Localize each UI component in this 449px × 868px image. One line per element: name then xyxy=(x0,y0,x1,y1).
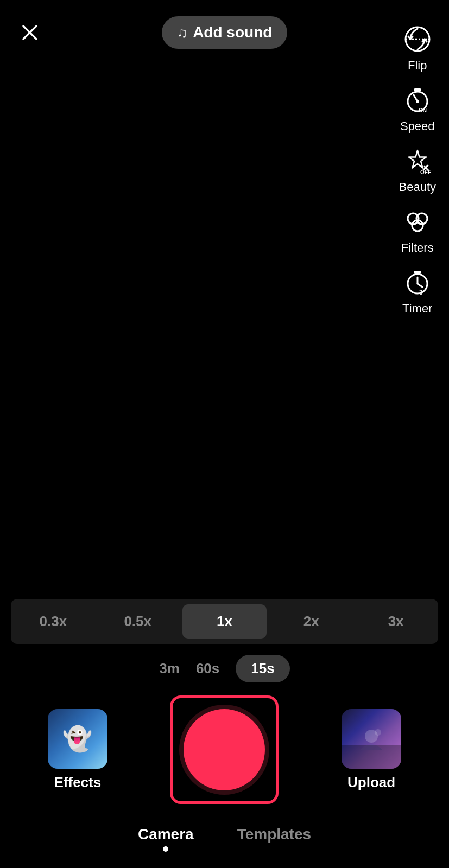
timer-label: Timer xyxy=(402,302,432,316)
bottom-section: 0.3x 0.5x 1x 2x 3x 3m 60s 15s 👻 Effects xyxy=(0,599,449,868)
tab-camera[interactable]: Camera xyxy=(138,826,194,852)
right-controls: Flip ON Speed OFF Beauty xyxy=(399,22,437,320)
filters-control[interactable]: Filters xyxy=(400,204,435,255)
effects-thumbnail-image: 👻 xyxy=(62,725,92,753)
camera-tab-indicator xyxy=(163,846,168,852)
effects-button[interactable]: 👻 Effects xyxy=(48,709,107,791)
beauty-control[interactable]: OFF Beauty xyxy=(399,143,437,194)
filters-label: Filters xyxy=(401,241,434,255)
filters-icon xyxy=(400,204,435,239)
duration-60s[interactable]: 60s xyxy=(196,660,219,677)
camera-controls-row: 👻 Effects Upload xyxy=(0,695,449,804)
svg-point-4 xyxy=(416,100,419,103)
upload-label: Upload xyxy=(347,774,395,791)
speed-control[interactable]: ON Speed xyxy=(400,82,435,133)
svg-text:OFF: OFF xyxy=(420,169,431,175)
svg-rect-5 xyxy=(414,88,421,91)
speed-option-1x[interactable]: 1x xyxy=(182,604,267,639)
tab-templates[interactable]: Templates xyxy=(237,826,311,852)
speed-icon: ON xyxy=(400,82,435,117)
svg-rect-14 xyxy=(414,271,421,273)
timer-icon: 3 xyxy=(400,265,435,299)
speed-option-2x[interactable]: 2x xyxy=(269,604,353,639)
svg-text:ON: ON xyxy=(419,107,427,113)
duration-selector: 3m 60s 15s xyxy=(0,655,449,682)
beauty-icon: OFF xyxy=(400,143,435,178)
speed-option-05x[interactable]: 0.5x xyxy=(96,604,180,639)
speed-option-3x[interactable]: 3x xyxy=(353,604,438,639)
music-icon: ♫ xyxy=(177,24,188,41)
tab-bar: Camera Templates xyxy=(0,826,449,857)
svg-text:3: 3 xyxy=(419,289,423,296)
effects-thumbnail: 👻 xyxy=(48,709,107,769)
upload-button[interactable]: Upload xyxy=(342,709,401,791)
flip-label: Flip xyxy=(408,59,427,73)
speed-option-03x[interactable]: 0.3x xyxy=(11,604,96,639)
svg-point-17 xyxy=(375,729,381,736)
record-btn-inner xyxy=(184,709,265,790)
templates-tab-label: Templates xyxy=(237,826,311,843)
record-button[interactable] xyxy=(170,695,279,804)
add-sound-label: Add sound xyxy=(193,24,272,41)
speed-label: Speed xyxy=(400,119,435,133)
duration-15s[interactable]: 15s xyxy=(236,655,289,682)
beauty-label: Beauty xyxy=(399,180,437,194)
top-bar: ♫ Add sound xyxy=(0,0,449,65)
close-button[interactable] xyxy=(16,19,43,46)
timer-control[interactable]: 3 Timer xyxy=(400,265,435,316)
upload-thumbnail xyxy=(342,709,401,769)
camera-tab-label: Camera xyxy=(138,826,194,843)
effects-label: Effects xyxy=(54,774,101,791)
speed-selector: 0.3x 0.5x 1x 2x 3x xyxy=(11,599,438,644)
flip-icon xyxy=(400,22,435,56)
record-btn-border xyxy=(170,695,279,804)
flip-control[interactable]: Flip xyxy=(400,22,435,73)
duration-3m[interactable]: 3m xyxy=(159,660,180,677)
add-sound-button[interactable]: ♫ Add sound xyxy=(162,16,288,49)
